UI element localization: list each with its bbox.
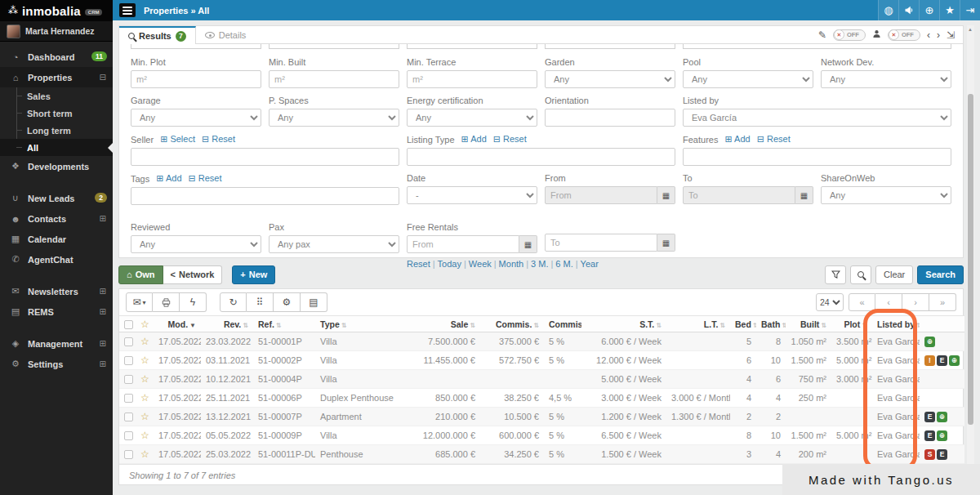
row-checkbox[interactable] [124,412,133,421]
quick-action-button[interactable]: ϟ [180,292,207,312]
sidebar-item-new-leads[interactable]: ∪ New Leads 2 [0,188,113,208]
calendar-icon[interactable]: ▦ [795,186,813,204]
date-select[interactable]: - [407,186,537,204]
clipped-input[interactable] [269,44,399,49]
expand-icon[interactable]: ⊞ [100,307,106,316]
refresh-button[interactable]: ↻ [220,292,247,312]
clipped-input[interactable] [683,44,951,49]
sidebar-item-management[interactable]: ◈ Management ⊞ [0,333,113,354]
column-header-st[interactable]: S.T.⇅ [581,316,666,332]
table-row[interactable]: ☆17.05.202225.03.202251-00011P-DUPPentho… [119,445,964,464]
expand-icon[interactable]: ⊞ [100,287,106,296]
sidebar-item-contacts[interactable]: ☻ Contacts ⊞ [0,208,113,229]
column-header-mod[interactable]: Mod.▼ [154,316,201,332]
column-header-built[interactable]: Built⇅ [786,316,831,332]
favorite-star-icon[interactable]: ☆ [140,373,149,385]
edit-mode-toggle[interactable]: ✕ OFF [833,29,866,41]
grid-view-button[interactable]: ⠿ [247,292,274,312]
garden-select[interactable]: Any [545,70,675,88]
sidebar-item-properties[interactable]: ⌂ Properties ⊟ [0,67,113,87]
favorite-star-icon[interactable]: ☆ [140,430,149,441]
column-header-lt[interactable]: L.T.⇅ [666,316,730,332]
seller-input[interactable] [131,148,399,166]
hamburger-menu-icon[interactable] [119,3,136,17]
agent-mode-toggle[interactable]: ✕ OFF [888,29,920,41]
plus-circle-icon[interactable]: ⊕ [919,0,939,20]
fullscreen-icon[interactable]: ⇲ [947,29,955,41]
table-row[interactable]: ☆17.05.202205.05.202251-00009PVilla12.00… [119,426,964,445]
min-plot-input[interactable] [131,70,261,88]
tags-reset-link[interactable]: ⊟ Reset [189,173,222,184]
collapse-icon[interactable]: ⊟ [100,73,106,82]
free-rentals-from-input[interactable] [407,235,519,253]
features-reset-link[interactable]: ⊟ Reset [757,134,791,145]
filter-button[interactable] [825,265,846,284]
column-header-sale[interactable]: Sale⇅ [405,316,480,332]
calendar-icon[interactable]: ▦ [657,234,675,252]
expand-icon[interactable]: ⊞ [100,359,106,368]
orientation-input[interactable] [545,109,675,127]
listing-type-reset-link[interactable]: ⊟ Reset [493,134,527,145]
row-checkbox[interactable] [124,375,133,384]
favorite-header-icon[interactable]: ☆ [140,319,149,330]
share-on-web-select[interactable]: Any [821,186,951,204]
email-button[interactable]: ✉▾ [126,292,153,312]
row-checkbox[interactable] [124,394,133,403]
pencil-icon[interactable]: ✎ [818,29,826,41]
favorite-star-icon[interactable]: ☆ [140,411,149,422]
next-record-icon[interactable]: › [937,29,940,41]
sidebar-item-short-term[interactable]: Short term [0,105,113,122]
favorite-star-icon[interactable]: ☆ [140,392,149,404]
expand-icon[interactable]: ⊞ [100,214,106,223]
search-button[interactable]: Search [917,265,964,284]
row-checkbox[interactable] [124,450,133,459]
reviewed-select[interactable]: Any [131,235,261,253]
listed-by-select[interactable]: Eva García [683,109,951,127]
tags-add-link[interactable]: ⊞ Add [156,173,181,184]
favorite-star-icon[interactable]: ☆ [140,336,149,347]
prev-record-icon[interactable]: ‹ [927,29,930,41]
min-built-input[interactable] [269,70,399,88]
export-document-button[interactable]: ▤ [301,292,327,312]
user-profile[interactable]: Marta Hernandez [0,21,113,42]
table-row[interactable]: ☆17.05.202210.12.202151-00004PVilla5.000… [119,370,964,389]
sidebar-item-dashboard[interactable]: ◔ Dashboard 11 [0,47,113,67]
pax-select[interactable]: Any pax [269,235,399,253]
column-header-commis[interactable]: Commis.⇅ [480,316,544,332]
sidebar-item-settings[interactable]: ⚙ Settings ⊞ [0,354,113,374]
column-header-bed[interactable]: Bed⇅ [730,316,756,332]
table-row[interactable]: ☆17.05.202203.11.202151-00002PVilla11.45… [119,351,964,370]
clipped-input[interactable] [407,44,537,49]
tab-details[interactable]: Details [196,26,256,43]
seller-select-link[interactable]: ⊞ Select [160,134,195,145]
star-icon[interactable]: ★ [939,0,960,20]
scroll-up-icon[interactable]: ▲ [968,27,973,32]
pool-select[interactable]: Any [683,70,813,88]
favorite-star-icon[interactable]: ☆ [140,448,149,460]
print-button[interactable] [153,292,180,312]
sidebar-item-all[interactable]: All [0,139,113,156]
clipped-input[interactable] [545,44,675,49]
date-to-input[interactable] [683,186,795,204]
features-add-link[interactable]: ⊞ Add [724,134,750,145]
table-row[interactable]: ☆17.05.202223.03.202251-00001PVilla7.500… [119,332,964,351]
sidebar-item-developments[interactable]: ❖ Developments [0,156,113,176]
clear-button[interactable]: Clear [875,265,913,284]
person-icon[interactable] [872,29,881,41]
table-row[interactable]: ☆17.05.202225.11.202151-00006PDuplex Pen… [119,389,964,408]
sidebar-item-rems[interactable]: ▤ REMS ⊞ [0,301,113,322]
free-rentals-to-input[interactable] [545,234,657,252]
column-header-ref[interactable]: Ref.⇅ [253,316,315,332]
globe-icon[interactable]: ◍ [878,0,898,20]
column-header-plot[interactable]: Plot⇅ [831,316,872,332]
network-button[interactable]: < Network [163,265,223,284]
sidebar-item-agentchat[interactable]: ✆ AgentChat [0,249,113,270]
seller-reset-link[interactable]: ⊟ Reset [202,134,235,145]
network-dev-select[interactable]: Any [821,70,951,88]
listing-type-input[interactable] [407,148,675,166]
first-page-button[interactable]: « [849,293,875,311]
next-page-button[interactable]: › [902,293,929,311]
last-page-button[interactable]: » [929,293,956,311]
energy-select[interactable]: Any [407,109,537,127]
sidebar-item-calendar[interactable]: ▦ Calendar [0,229,113,249]
